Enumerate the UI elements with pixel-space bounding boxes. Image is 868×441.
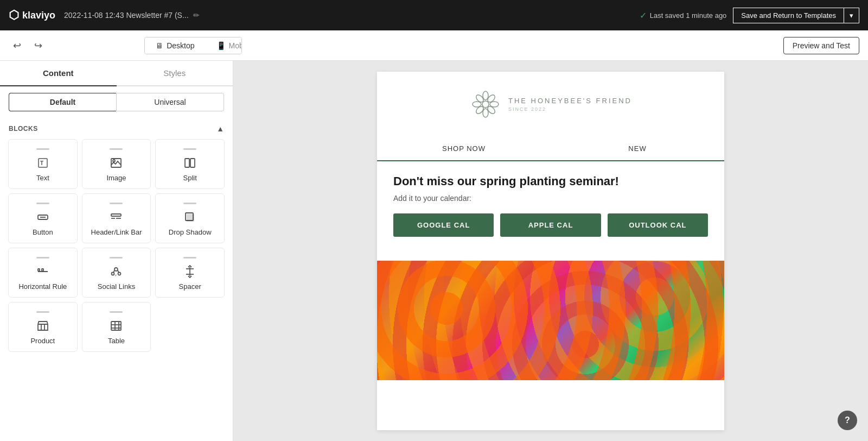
svg-line-19 xyxy=(113,270,114,273)
honeybee-flower-logo xyxy=(469,88,502,121)
drag-handle xyxy=(183,257,196,259)
button-block-label: Button xyxy=(33,228,53,236)
spacer-block-label: Spacer xyxy=(179,282,201,291)
canvas-area: THE HONEYBEE'S FRIEND SINCE 2022 SHOP NO… xyxy=(233,61,868,441)
saved-status-text: Last saved 1 minute ago xyxy=(650,11,727,20)
block-item-header-link-bar[interactable]: Header/Link Bar xyxy=(82,193,151,243)
document-title: 2022-11-08 12:43 Newsletter #7 (S... ✏ xyxy=(64,11,200,20)
doc-title-text: 2022-11-08 12:43 Newsletter #7 (S... xyxy=(64,11,189,20)
logo-text: klaviyo xyxy=(22,10,55,21)
svg-point-33 xyxy=(483,91,488,100)
toolbar-row: ↩ ↪ 🖥 Desktop 📱 Mobile Preview and Test xyxy=(0,30,868,61)
block-item-split[interactable]: Split xyxy=(155,139,225,189)
block-item-text[interactable]: T Text xyxy=(8,139,78,189)
block-item-horizontal-rule[interactable]: Horizontal Rule xyxy=(8,248,78,298)
save-return-button[interactable]: Save and Return to Templates xyxy=(733,8,844,23)
svg-rect-14 xyxy=(38,269,40,271)
header-block-label: Header/Link Bar xyxy=(91,228,142,236)
social-block-icon: # xyxy=(110,265,123,278)
redo-button[interactable]: ↪ xyxy=(30,36,47,55)
tab-styles[interactable]: Styles xyxy=(117,61,233,86)
text-block-label: Text xyxy=(36,174,49,182)
svg-rect-12 xyxy=(187,214,194,222)
svg-rect-8 xyxy=(111,214,121,216)
logo-text: THE HONEYBEE'S FRIEND SINCE 2022 xyxy=(508,97,632,112)
save-button-group: Save and Return to Templates ▾ xyxy=(733,8,859,23)
tab-content[interactable]: Content xyxy=(0,61,117,86)
block-item-table[interactable]: Table xyxy=(82,302,151,352)
text-block-icon: T xyxy=(36,156,49,169)
svg-text:#: # xyxy=(115,274,117,277)
blocks-header: BLOCKS ▲ xyxy=(0,118,233,137)
drag-handle xyxy=(36,257,49,259)
drag-handle xyxy=(183,203,196,204)
button-block-icon xyxy=(36,211,49,224)
desktop-icon: 🖥 xyxy=(156,41,163,50)
blocks-grid: T Text Image Split xyxy=(0,137,233,354)
email-headline: Don't miss our spring planting seminar! xyxy=(393,174,708,188)
svg-point-36 xyxy=(490,102,499,107)
toolbar-left: ↩ ↪ 🖥 Desktop 📱 Mobile xyxy=(9,36,242,55)
edit-title-icon[interactable]: ✏ xyxy=(193,11,200,20)
save-dropdown-chevron[interactable]: ▾ xyxy=(844,8,859,23)
email-logo-area: THE HONEYBEE'S FRIEND SINCE 2022 xyxy=(377,72,724,137)
logo-mark: ⬡ xyxy=(9,8,19,22)
svg-point-34 xyxy=(483,109,488,117)
logo-brand-text: THE HONEYBEE'S FRIEND xyxy=(508,97,632,105)
desktop-label: Desktop xyxy=(167,41,194,50)
split-block-icon xyxy=(183,156,196,169)
main-layout: Content Styles Default Universal BLOCKS … xyxy=(0,61,868,441)
saved-status: ✓ Last saved 1 minute ago xyxy=(640,10,727,21)
spacer-block-icon xyxy=(183,265,196,278)
panel-tabs: Content Styles xyxy=(0,61,233,86)
default-toggle-button[interactable]: Default xyxy=(9,93,116,111)
desktop-view-button[interactable]: 🖥 Desktop xyxy=(145,37,205,54)
undo-button[interactable]: ↩ xyxy=(9,36,25,55)
help-button[interactable]: ? xyxy=(838,411,857,430)
block-item-drop-shadow[interactable]: Drop Shadow xyxy=(155,193,225,243)
block-item-spacer[interactable]: Spacer xyxy=(155,248,225,298)
left-panel: Content Styles Default Universal BLOCKS … xyxy=(0,61,233,441)
block-item-product[interactable]: Product xyxy=(8,302,78,352)
outlook-cal-button[interactable]: OUTLOOK CAL xyxy=(608,213,708,237)
social-block-label: Social Links xyxy=(98,282,135,291)
svg-rect-15 xyxy=(42,269,43,271)
mobile-view-button[interactable]: 📱 Mobile xyxy=(206,37,242,54)
svg-rect-5 xyxy=(190,159,195,167)
klaviyo-logo: ⬡ klaviyo xyxy=(9,8,55,22)
email-nav-shop-now[interactable]: SHOP NOW xyxy=(377,137,551,160)
drag-handle xyxy=(110,148,123,150)
table-block-label: Table xyxy=(108,337,125,345)
apple-cal-button[interactable]: APPLE CAL xyxy=(500,213,601,237)
universal-toggle-button[interactable]: Universal xyxy=(116,93,224,111)
email-body: Don't miss our spring planting seminar! … xyxy=(377,161,724,261)
image-block-label: Image xyxy=(106,174,126,182)
google-cal-button[interactable]: GOOGLE CAL xyxy=(393,213,494,237)
email-subtext: Add it to your calendar: xyxy=(393,194,708,203)
svg-point-3 xyxy=(113,160,115,162)
view-toggle: 🖥 Desktop 📱 Mobile xyxy=(144,37,242,54)
top-nav-right: ✓ Last saved 1 minute ago Save and Retur… xyxy=(640,8,859,23)
drag-handle xyxy=(110,257,123,259)
drag-handle xyxy=(36,311,49,313)
email-frame: THE HONEYBEE'S FRIEND SINCE 2022 SHOP NO… xyxy=(377,72,724,430)
drag-handle xyxy=(110,203,123,204)
hr-block-label: Horizontal Rule xyxy=(18,282,67,291)
mobile-label: Mobile xyxy=(229,41,242,50)
svg-point-35 xyxy=(473,102,481,107)
block-item-image[interactable]: Image xyxy=(82,139,151,189)
top-nav-left: ⬡ klaviyo 2022-11-08 12:43 Newsletter #7… xyxy=(9,8,200,22)
preview-test-button[interactable]: Preview and Test xyxy=(783,37,859,54)
svg-point-16 xyxy=(114,268,118,271)
check-circle-icon: ✓ xyxy=(640,10,647,21)
email-nav-new[interactable]: NEW xyxy=(551,137,724,160)
block-item-social-links[interactable]: # Social Links xyxy=(82,248,151,298)
block-item-button[interactable]: Button xyxy=(8,193,78,243)
product-block-label: Product xyxy=(30,337,55,345)
drop-shadow-block-label: Drop Shadow xyxy=(169,228,212,236)
table-block-icon xyxy=(110,319,123,332)
blocks-collapse-icon[interactable]: ▲ xyxy=(216,124,224,133)
svg-point-32 xyxy=(482,101,489,108)
product-block-icon xyxy=(36,319,49,332)
email-navigation: SHOP NOW NEW xyxy=(377,137,724,161)
